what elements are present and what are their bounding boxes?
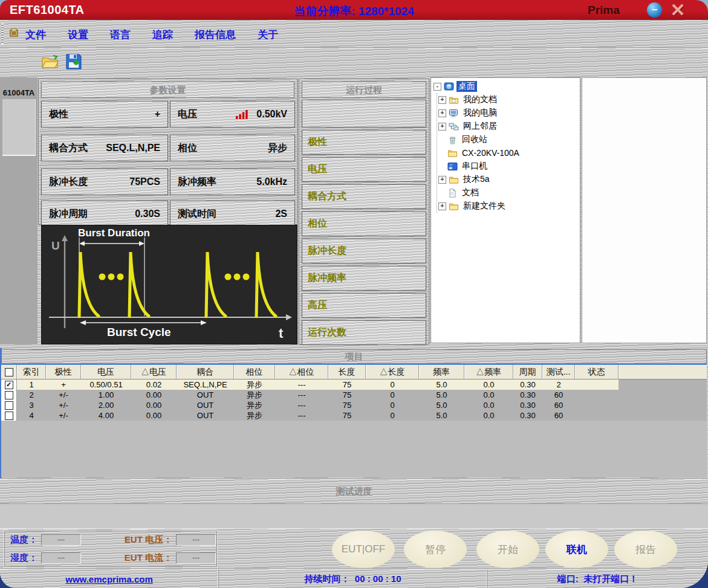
param-value: SEQ.L,N,PE bbox=[106, 143, 167, 153]
tree-item-CX-20KV-100A[interactable]: CX-20KV-100A bbox=[438, 146, 580, 160]
column-header-周期: 周期 bbox=[513, 365, 542, 380]
expand-toggle-icon[interactable]: + bbox=[438, 109, 446, 117]
title-bar: EFT61004TA 当前分辨率: 1280*1024 Prima − ✕ bbox=[0, 0, 708, 20]
window-body: 文件设置语言追踪报告信息关于 61004TA 参数设置 极性+电压0.50kV耦… bbox=[0, 20, 708, 588]
param-6-field[interactable]: 脉冲频率5.0kHz bbox=[170, 169, 295, 195]
cell-频率: 5.0 bbox=[419, 390, 464, 400]
table-row-4[interactable]: 4+/-4.000.00OUT异步---7505.00.00.3060 bbox=[1, 410, 707, 421]
cell-△电压: 0.02 bbox=[131, 380, 177, 390]
tree-item-新建文件夹[interactable]: +新建文件夹 bbox=[438, 199, 580, 213]
menu-item-4[interactable]: 追踪 bbox=[150, 27, 175, 43]
param-label: 电压 bbox=[171, 108, 197, 121]
expand-toggle-icon[interactable]: + bbox=[438, 123, 446, 131]
param-value: 75PCS bbox=[129, 176, 167, 187]
toolbar-grip[interactable] bbox=[1, 24, 4, 44]
row-checkbox[interactable] bbox=[5, 391, 13, 399]
report-button[interactable]: 报告 bbox=[614, 531, 677, 568]
tree-item-桌面[interactable]: -桌面 bbox=[431, 80, 580, 93]
menu-item-6[interactable]: 关于 bbox=[255, 27, 281, 43]
close-button[interactable]: ✕ bbox=[667, 0, 688, 20]
cell-相位: 异步 bbox=[234, 390, 275, 400]
brand-label: Prima bbox=[588, 4, 620, 17]
param-3-field[interactable]: 耦合方式SEQ.L,N,PE bbox=[41, 135, 168, 161]
collapse-toggle-icon[interactable]: - bbox=[434, 83, 441, 91]
tree-item-技术5a[interactable]: +技术5a bbox=[438, 173, 580, 186]
cell-△相位: --- bbox=[275, 400, 328, 410]
row-checkbox[interactable]: ✓ bbox=[5, 381, 13, 389]
tree-item-我的电脑[interactable]: +我的电脑 bbox=[438, 106, 580, 120]
param-4-field[interactable]: 相位异步 bbox=[170, 135, 295, 161]
param-label: 测试时间 bbox=[171, 208, 216, 221]
tree-item-文档[interactable]: 文档 bbox=[438, 186, 580, 199]
cell-状态 bbox=[575, 380, 619, 390]
param-8-field[interactable]: 测试时间2S bbox=[170, 201, 295, 227]
cell-△频率: 0.0 bbox=[464, 400, 513, 410]
expand-toggle-icon[interactable]: + bbox=[438, 176, 446, 184]
menu-item-2[interactable]: 设置 bbox=[65, 27, 91, 43]
process-step-box: 极性 bbox=[302, 130, 426, 155]
start-button[interactable]: 开始 bbox=[476, 531, 539, 568]
document-icon bbox=[447, 189, 458, 198]
cell-△频率: 0.0 bbox=[464, 410, 513, 421]
pause-button[interactable]: 暂停 bbox=[404, 531, 467, 568]
test-progress-area bbox=[0, 503, 708, 529]
column-header-索引: 索引 bbox=[17, 365, 46, 380]
param-1-field[interactable]: 极性+ bbox=[41, 101, 168, 128]
menu-item-5[interactable]: 报告信息 bbox=[192, 27, 238, 43]
cell-△长度: 0 bbox=[366, 410, 419, 421]
eut-off-button[interactable]: EUT|OFF bbox=[332, 531, 395, 568]
cell-极性: +/- bbox=[46, 400, 81, 410]
cell-相位: 异步 bbox=[234, 400, 275, 410]
select-all-checkbox[interactable] bbox=[5, 368, 13, 376]
tree-item-串口机[interactable]: 串口机 bbox=[438, 160, 580, 173]
process-step-label: 脉冲长度 bbox=[302, 245, 346, 257]
duration-text: 持续时间： 00 : 00 : 10 bbox=[304, 573, 401, 585]
website-link[interactable]: www.emcprima.com bbox=[65, 574, 153, 584]
connect-button[interactable]: 联机 bbox=[545, 531, 608, 568]
param-5-field[interactable]: 脉冲长度75PCS bbox=[41, 169, 168, 195]
items-table: 索引极性电压△电压耦合相位△相位长度△长度频率△频率周期测试...状态 ✓1+0… bbox=[1, 364, 707, 477]
tree-item-网上邻居[interactable]: +网上邻居 bbox=[438, 120, 580, 133]
tree-item-我的文档[interactable]: +我的文档 bbox=[438, 93, 580, 106]
statusbar-port-cell: 端口: 未打开端口！ bbox=[487, 569, 708, 588]
param-label: 极性 bbox=[42, 108, 68, 121]
humidity-label: 湿度： bbox=[10, 552, 37, 564]
cell-filler bbox=[619, 410, 707, 421]
menu-item-3[interactable]: 语言 bbox=[108, 27, 133, 43]
table-row-3[interactable]: 3+/-2.000.00OUT异步---7505.00.00.3060 bbox=[1, 400, 707, 410]
process-step-label: 耦合方式 bbox=[302, 190, 346, 203]
expand-toggle-icon[interactable]: + bbox=[438, 202, 446, 210]
param-7-field[interactable]: 脉冲周期0.30S bbox=[41, 201, 168, 227]
tree-item-回收站[interactable]: 回收站 bbox=[438, 133, 580, 146]
select-all-header[interactable] bbox=[1, 365, 17, 380]
cell-频率: 5.0 bbox=[419, 380, 464, 390]
table-header-row: 索引极性电压△电压耦合相位△相位长度△长度频率△频率周期测试...状态 bbox=[1, 365, 707, 380]
process-step-label: 高压 bbox=[302, 299, 327, 312]
my-computer-icon bbox=[449, 109, 459, 118]
save-button[interactable] bbox=[62, 51, 85, 74]
open-button[interactable] bbox=[39, 51, 62, 74]
expand-toggle-icon[interactable]: + bbox=[438, 96, 446, 104]
column-header-极性: 极性 bbox=[46, 365, 81, 380]
minimize-button[interactable]: − bbox=[647, 2, 662, 18]
row-checkbox[interactable] bbox=[5, 401, 13, 410]
cell-长度: 75 bbox=[328, 380, 366, 390]
param-label: 脉冲频率 bbox=[171, 176, 216, 189]
table-row-1[interactable]: ✓1+0.50/0.510.02SEQ.L,N,PE异步---7505.00.0… bbox=[1, 380, 707, 390]
tree-item-label: 文档 bbox=[460, 187, 481, 198]
tree-item-label: 我的文档 bbox=[461, 94, 499, 105]
cell-电压: 1.00 bbox=[81, 390, 131, 400]
eut-current-label: EUT 电流： bbox=[125, 552, 172, 564]
process-step-label: 相位 bbox=[302, 218, 327, 230]
temperature-value: --- bbox=[41, 534, 81, 546]
menu-item-1[interactable]: 文件 bbox=[23, 27, 48, 43]
temperature-label: 温度： bbox=[10, 534, 37, 546]
table-row-2[interactable]: 2+/-1.000.00OUT异步---7505.00.00.3060 bbox=[1, 390, 707, 400]
recycle-bin-icon bbox=[447, 135, 458, 144]
process-step-box: 运行次数 bbox=[302, 320, 426, 345]
run-process-title: 运行过程 bbox=[302, 82, 426, 98]
sidebar-preview-box bbox=[2, 99, 36, 156]
param-2-field[interactable]: 电压0.50kV bbox=[170, 101, 295, 128]
row-checkbox[interactable] bbox=[5, 412, 13, 420]
row-checkbox-cell bbox=[1, 400, 17, 410]
